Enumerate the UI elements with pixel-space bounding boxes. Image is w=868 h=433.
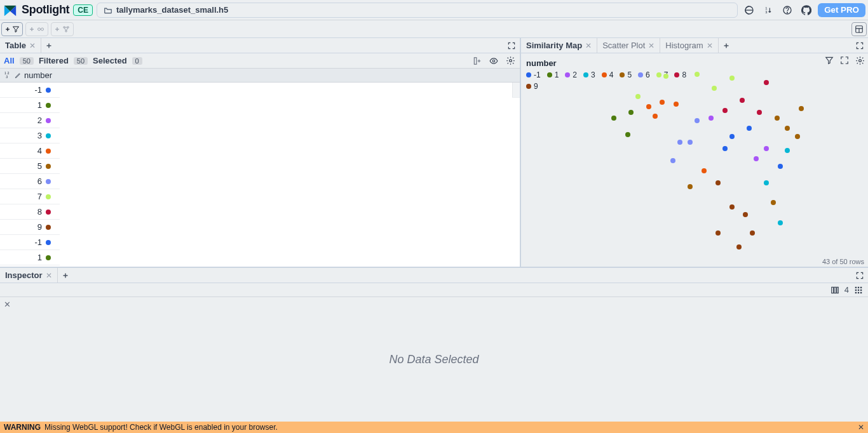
legend-item[interactable]: 4 bbox=[602, 70, 614, 79]
tab-histogram[interactable]: Histogram ✕ bbox=[660, 38, 718, 53]
eye-icon[interactable] bbox=[488, 55, 499, 67]
scatter-point[interactable] bbox=[754, 156, 759, 161]
legend-item[interactable]: 3 bbox=[583, 70, 595, 79]
scatter-point[interactable] bbox=[628, 110, 634, 115]
fullscreen-icon[interactable] bbox=[854, 40, 865, 51]
github-icon[interactable] bbox=[799, 3, 814, 18]
scatter-point[interactable] bbox=[712, 86, 717, 91]
legend-item[interactable]: 9 bbox=[526, 82, 538, 91]
legend-item[interactable]: 8 bbox=[674, 70, 686, 79]
fullscreen-icon[interactable] bbox=[854, 270, 865, 281]
scatter-point[interactable] bbox=[688, 140, 693, 145]
filter-all[interactable]: All bbox=[4, 56, 15, 65]
scatter-point[interactable] bbox=[747, 126, 752, 131]
column-header-number[interactable]: 123 number bbox=[1, 70, 58, 80]
close-icon[interactable]: ✕ bbox=[4, 300, 11, 309]
scatter-point[interactable] bbox=[646, 104, 651, 109]
table-body[interactable]: -1123456789-11 bbox=[0, 83, 520, 267]
scatter-point[interactable] bbox=[729, 204, 735, 210]
legend-item[interactable]: -1 bbox=[526, 70, 541, 79]
scatter-point[interactable] bbox=[743, 212, 748, 217]
tab-table[interactable]: Table ✕ bbox=[0, 38, 41, 53]
sort-icon[interactable]: 13 bbox=[761, 3, 776, 18]
help-icon[interactable] bbox=[780, 3, 795, 18]
table-row[interactable]: 2 bbox=[0, 113, 60, 128]
close-icon[interactable]: ✕ bbox=[29, 41, 36, 50]
scatter-point[interactable] bbox=[778, 164, 783, 169]
scatter-point[interactable] bbox=[729, 134, 735, 139]
scatter-point[interactable] bbox=[677, 140, 682, 145]
gear-icon[interactable] bbox=[854, 55, 865, 66]
current-file[interactable]: tallymarks_dataset_small.h5 bbox=[97, 3, 738, 18]
scatter-point[interactable] bbox=[611, 116, 616, 121]
scatter-point[interactable] bbox=[663, 74, 668, 79]
fullscreen-icon[interactable] bbox=[506, 40, 517, 51]
scatter-point[interactable] bbox=[795, 134, 800, 139]
scatter-point[interactable] bbox=[695, 72, 700, 77]
scatter-point[interactable] bbox=[740, 98, 745, 103]
expand-icon[interactable] bbox=[839, 55, 850, 66]
add-column-icon[interactable] bbox=[471, 55, 483, 67]
table-row[interactable]: 6 bbox=[0, 174, 60, 189]
scatter-point[interactable] bbox=[722, 108, 728, 113]
add-tab-button[interactable] bbox=[41, 38, 57, 53]
scatter-point[interactable] bbox=[625, 132, 630, 137]
table-row[interactable]: -1 bbox=[0, 235, 60, 250]
get-pro-button[interactable]: Get PRO bbox=[818, 3, 865, 17]
scatter-point[interactable] bbox=[670, 158, 675, 163]
table-row[interactable]: 8 bbox=[0, 204, 60, 220]
scatter-point[interactable] bbox=[764, 80, 769, 85]
table-row[interactable]: 4 bbox=[0, 143, 60, 159]
simmap-canvas[interactable]: number -1123456789 43 of 50 rows bbox=[521, 53, 868, 267]
scatter-point[interactable] bbox=[785, 148, 790, 153]
scatter-point[interactable] bbox=[688, 184, 693, 189]
scatter-point[interactable] bbox=[785, 126, 790, 131]
table-row[interactable]: 9 bbox=[0, 220, 60, 235]
tab-similarity-map[interactable]: Similarity Map ✕ bbox=[521, 38, 597, 53]
add-tab-button[interactable] bbox=[719, 38, 734, 53]
add-tab-button[interactable] bbox=[58, 268, 73, 283]
funnel-icon[interactable] bbox=[824, 55, 835, 66]
table-row[interactable]: 5 bbox=[0, 159, 60, 174]
close-icon[interactable]: ✕ bbox=[858, 423, 864, 432]
grid-icon[interactable] bbox=[853, 284, 864, 296]
scatter-point[interactable] bbox=[778, 220, 783, 225]
scatter-point[interactable] bbox=[722, 146, 728, 151]
scatter-point[interactable] bbox=[695, 118, 700, 123]
filter-filtered[interactable]: Filtered bbox=[39, 56, 69, 65]
scatter-point[interactable] bbox=[750, 230, 755, 236]
scatter-point[interactable] bbox=[775, 116, 780, 121]
scatter-point[interactable] bbox=[736, 244, 742, 250]
scatter-point[interactable] bbox=[635, 94, 641, 99]
filter-selected[interactable]: Selected bbox=[93, 56, 126, 65]
scatter-point[interactable] bbox=[764, 180, 769, 185]
scatter-point[interactable] bbox=[660, 100, 665, 105]
scatter-point[interactable] bbox=[702, 168, 707, 173]
scatter-point[interactable] bbox=[729, 76, 735, 81]
scatter-point[interactable] bbox=[799, 106, 804, 111]
table-row[interactable]: 7 bbox=[0, 189, 60, 204]
table-row[interactable]: -1 bbox=[0, 83, 60, 98]
legend-item[interactable]: 5 bbox=[620, 70, 632, 79]
scatter-point[interactable] bbox=[674, 102, 679, 107]
scatter-point[interactable] bbox=[764, 146, 769, 151]
scrollbar[interactable] bbox=[512, 83, 520, 98]
tab-scatter-plot[interactable]: Scatter Plot ✕ bbox=[597, 38, 660, 53]
scatter-point[interactable] bbox=[709, 116, 714, 121]
legend-item[interactable]: 6 bbox=[638, 70, 650, 79]
scatter-point[interactable] bbox=[653, 114, 658, 119]
close-icon[interactable]: ✕ bbox=[585, 41, 592, 50]
close-icon[interactable]: ✕ bbox=[707, 41, 713, 50]
scatter-point[interactable] bbox=[715, 180, 721, 185]
scatter-point[interactable] bbox=[771, 200, 776, 205]
close-icon[interactable]: ✕ bbox=[648, 41, 654, 50]
scatter-point[interactable] bbox=[757, 110, 762, 115]
table-row[interactable]: 1 bbox=[0, 250, 60, 265]
gear-icon[interactable] bbox=[505, 55, 516, 67]
close-icon[interactable]: ✕ bbox=[46, 271, 52, 280]
scatter-point[interactable] bbox=[715, 230, 721, 236]
table-row[interactable]: 3 bbox=[0, 128, 60, 143]
legend-item[interactable]: 1 bbox=[547, 70, 559, 79]
legend-item[interactable]: 2 bbox=[565, 70, 577, 79]
color-mode-icon[interactable] bbox=[742, 3, 757, 18]
